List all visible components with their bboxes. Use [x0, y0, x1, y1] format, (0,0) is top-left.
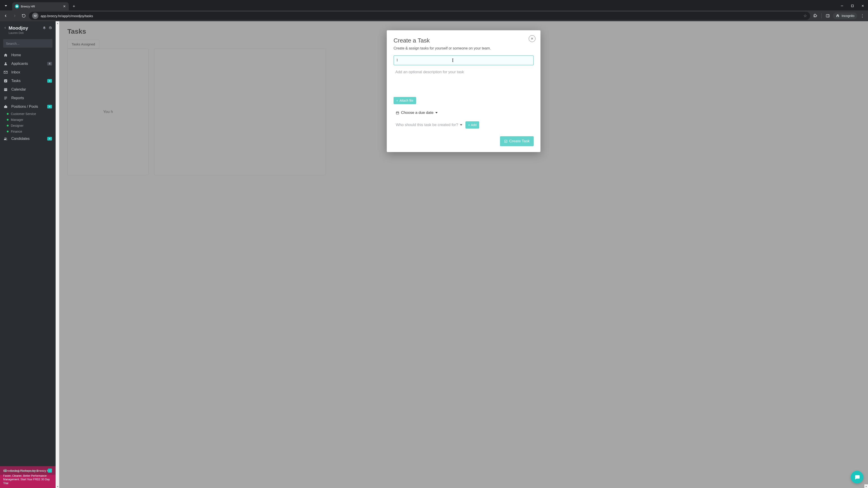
forward-button[interactable]	[11, 12, 19, 20]
sidebar-item-applicants[interactable]: Applicants 4	[0, 59, 56, 68]
incognito-label: Incognito	[842, 14, 855, 18]
svg-rect-9	[826, 14, 829, 17]
user-name: Lauren Deli	[8, 31, 28, 35]
svg-point-0	[16, 5, 18, 7]
company-name[interactable]: Moodjoy	[8, 25, 28, 31]
site-settings-icon[interactable]	[32, 13, 38, 19]
modal-title: Create a Task	[394, 37, 534, 44]
url-text: app.breezy.hr/app/c/moodjoy/tasks	[41, 14, 801, 18]
due-date-picker[interactable]: Choose a due date	[394, 110, 534, 115]
sidebar-item-tasks[interactable]: Tasks +	[0, 76, 56, 85]
bookmark-icon[interactable]: ☆	[803, 13, 807, 18]
sidebar-scrollbar[interactable]: ▴ ◂	[56, 21, 59, 488]
extensions-icon[interactable]	[811, 12, 819, 20]
sidebar-item-label: Tasks	[11, 79, 21, 83]
app-area: Moodjoy Lauren Deli Home Applic	[0, 21, 868, 488]
search-input[interactable]	[3, 39, 53, 48]
sidebar-item-positions[interactable]: Positions / Pools +	[0, 102, 56, 111]
sidebar-item-label: Home	[11, 53, 21, 57]
main-content: Tasks Tasks Assigned You h ✕ Create a Ta…	[59, 21, 868, 488]
list-icon	[4, 96, 8, 100]
incognito-badge[interactable]: Incognito	[833, 12, 857, 19]
sidebar-item-home[interactable]: Home	[0, 51, 56, 59]
assignee-picker[interactable]: Who should this task be created for?	[396, 123, 462, 127]
svg-point-6	[34, 15, 35, 15]
position-item[interactable]: Manager	[0, 117, 56, 123]
maximize-button[interactable]	[847, 1, 858, 10]
calendar-icon	[396, 111, 399, 115]
window-controls: ✕	[837, 1, 868, 10]
svg-rect-26	[396, 112, 399, 114]
task-description-input[interactable]	[394, 69, 534, 94]
tab-close-button[interactable]: ✕	[62, 4, 66, 8]
sidebar-item-candidates[interactable]: Candidates +	[0, 134, 56, 143]
sidebar-item-label: Applicants	[11, 62, 28, 66]
position-item[interactable]: Finance	[0, 129, 56, 134]
svg-rect-2	[851, 5, 854, 7]
modal-close-button[interactable]: ✕	[529, 35, 535, 42]
chevron-right-icon: ›	[48, 468, 52, 473]
scroll-up-icon[interactable]: ▴	[56, 21, 59, 25]
sidebar-back-icon[interactable]	[4, 26, 7, 29]
modal-overlay[interactable]: ✕ Create a Task Create & assign tasks fo…	[59, 21, 868, 488]
check-square-icon	[504, 140, 507, 143]
back-button[interactable]	[2, 12, 9, 20]
sidebar-item-reports[interactable]: Reports	[0, 94, 56, 102]
envelope-icon	[4, 70, 8, 74]
chat-fab[interactable]	[851, 471, 864, 484]
tab-favicon-icon	[15, 4, 19, 8]
sidepanel-icon[interactable]	[824, 12, 832, 20]
reload-button[interactable]	[20, 12, 28, 20]
switch-companies[interactable]: Switch Companies ›	[0, 466, 56, 475]
add-assignee-button[interactable]: + Add	[465, 121, 479, 129]
url-bar[interactable]: app.breezy.hr/app/c/moodjoy/tasks ☆	[29, 12, 810, 20]
nav-list: Home Applicants 4 Inbox Tasks + Calendar	[0, 51, 56, 143]
task-title-input[interactable]	[394, 55, 534, 65]
badge-plus[interactable]: +	[47, 105, 52, 108]
sidebar-search	[3, 39, 53, 48]
tab-search-dropdown[interactable]	[1, 1, 11, 10]
sidebar-item-label: Candidates	[11, 137, 30, 141]
sidebar-header: Moodjoy Lauren Deli	[0, 21, 56, 37]
incognito-icon	[836, 14, 840, 18]
chevron-down-icon	[5, 5, 7, 6]
users-icon	[4, 137, 8, 141]
scroll-track[interactable]	[56, 25, 59, 484]
browser-tab[interactable]: Breezy HR ✕	[12, 2, 69, 10]
svg-rect-13	[4, 88, 7, 91]
close-window-button[interactable]: ✕	[858, 1, 868, 10]
sidebar-item-label: Positions / Pools	[11, 105, 38, 109]
position-item[interactable]: Customer Service	[0, 111, 56, 117]
user-icon	[4, 62, 8, 66]
sidebar: Moodjoy Lauren Deli Home Applic	[0, 21, 56, 488]
browser-menu-icon[interactable]: ⋮	[859, 12, 866, 20]
svg-point-21	[5, 138, 6, 139]
create-task-button[interactable]: Create Task	[500, 136, 534, 146]
position-item[interactable]: Designer	[0, 123, 56, 129]
sidebar-item-inbox[interactable]: Inbox	[0, 68, 56, 76]
browser-titlebar: Breezy HR ✕ + ✕	[0, 0, 868, 10]
svg-rect-23	[4, 469, 6, 472]
minimize-button[interactable]	[837, 1, 847, 10]
calendar-icon	[4, 88, 8, 92]
sidebar-item-label: Reports	[11, 96, 24, 100]
scroll-right-icon[interactable]: ▸	[864, 484, 868, 488]
badge-plus[interactable]: +	[47, 79, 52, 83]
gear-icon[interactable]	[49, 26, 52, 30]
badge-plus[interactable]: +	[47, 137, 52, 140]
scroll-left-icon[interactable]: ◂	[56, 484, 59, 488]
briefcase-icon	[4, 105, 8, 109]
promo-body: Faster, Cleaner, Better Performance Mana…	[3, 474, 53, 485]
sidebar-item-calendar[interactable]: Calendar	[0, 85, 56, 94]
home-icon	[4, 53, 8, 57]
attach-file-button[interactable]: + Attach file	[394, 97, 416, 104]
status-dot-icon	[7, 113, 8, 115]
badge-count: 4	[47, 62, 52, 66]
svg-point-22	[6, 138, 7, 139]
chevron-down-icon	[435, 112, 438, 113]
new-tab-button[interactable]: +	[70, 3, 77, 10]
svg-point-7	[35, 16, 35, 17]
bell-icon[interactable]	[42, 26, 46, 30]
sidebar-item-label: Calendar	[11, 88, 26, 92]
plus-icon: +	[468, 123, 470, 127]
